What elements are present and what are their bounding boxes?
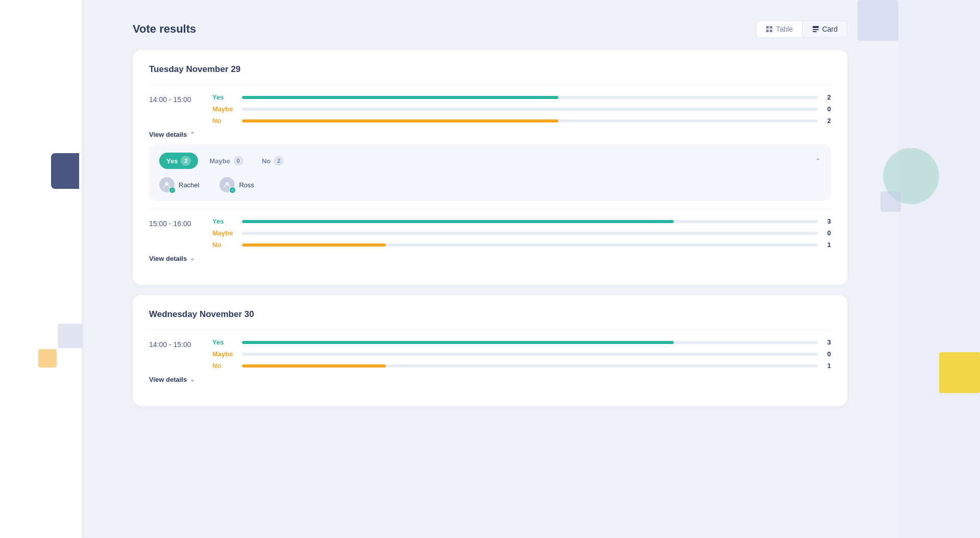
time-slot-wed-1: 14:00 - 15:00 Yes 3 Maybe 0 [149, 330, 831, 392]
table-view-button[interactable]: Table [756, 21, 802, 37]
page-header: Vote results Table Card [133, 20, 847, 38]
view-details-label: View details [149, 131, 187, 138]
details-tab-maybe[interactable]: Maybe 0 [202, 153, 250, 169]
yes-label-wed-1: Yes [212, 338, 237, 346]
check-icon-ross: ✓ [229, 187, 236, 193]
attendee-ross: ✓ Ross [219, 177, 254, 192]
maybe-count: 0 [823, 105, 831, 113]
check-icon-rachel: ✓ [169, 187, 176, 193]
time-label-wed-1: 14:00 - 15:00 [149, 338, 200, 349]
tab-no-count: 2 [274, 156, 284, 166]
view-details-button-wed-1[interactable]: View details ⌄ [149, 376, 194, 383]
no-label: No [212, 117, 237, 125]
svg-rect-4 [813, 26, 819, 28]
yes-label-tue-2: Yes [212, 217, 237, 225]
svg-rect-0 [766, 26, 769, 29]
maybe-label: Maybe [212, 105, 237, 113]
card-label: Card [822, 25, 838, 33]
time-slot-tue-2: 15:00 - 16:00 Yes 3 Maybe 0 [149, 209, 831, 271]
time-slot-row-tue-2: 15:00 - 16:00 Yes 3 Maybe 0 [149, 217, 831, 249]
card-icon [812, 26, 819, 33]
chevron-down-icon-tue-2: ⌄ [190, 255, 194, 262]
svg-rect-6 [813, 31, 817, 32]
card-view-button[interactable]: Card [803, 21, 847, 37]
tab-maybe-label: Maybe [209, 157, 230, 165]
attendee-name-ross: Ross [239, 181, 254, 189]
tab-yes-label: Yes [166, 157, 178, 165]
vote-row-yes-wed-1: Yes 3 [212, 338, 831, 346]
avatar-rachel: ✓ [159, 177, 175, 192]
vote-row-maybe: Maybe 0 [212, 105, 831, 113]
vote-bars-tue-1: Yes 2 Maybe 0 No [212, 93, 831, 125]
details-panel-tue-1: Yes 2 Maybe 0 No 2 ⌃ [149, 144, 831, 201]
maybe-bar-track-tue-2 [242, 232, 818, 235]
vote-row-no-tue-2: No 1 [212, 241, 831, 249]
avatar-ross: ✓ [219, 177, 235, 192]
time-label-tue-2: 15:00 - 16:00 [149, 217, 200, 228]
vote-row-yes-tue-2: Yes 3 [212, 217, 831, 225]
main-content: Vote results Table Card [102, 0, 878, 436]
details-tabs: Yes 2 Maybe 0 No 2 ⌃ [159, 153, 821, 169]
no-count: 2 [823, 117, 831, 125]
maybe-count-wed-1: 0 [823, 350, 831, 358]
time-slot-tue-1: 14:00 - 15:00 Yes 2 Maybe 0 [149, 85, 831, 209]
maybe-count-tue-2: 0 [823, 229, 831, 237]
no-label-wed-1: No [212, 362, 237, 370]
vote-row-maybe-tue-2: Maybe 0 [212, 229, 831, 237]
attendee-rachel: ✓ Rachel [159, 177, 199, 192]
svg-rect-5 [813, 29, 819, 30]
chevron-up-icon: ⌃ [190, 131, 194, 138]
view-details-button-tue-2[interactable]: View details ⌄ [149, 255, 194, 262]
view-toggle: Table Card [756, 20, 847, 38]
time-label-tue-1: 14:00 - 15:00 [149, 93, 200, 104]
maybe-label-wed-1: Maybe [212, 350, 237, 358]
svg-rect-1 [770, 26, 772, 29]
no-count-tue-2: 1 [823, 241, 831, 249]
page-title: Vote results [133, 22, 196, 36]
no-bar-track [242, 119, 818, 123]
no-bar-track-wed-1 [242, 364, 818, 368]
yes-bar-fill [242, 96, 558, 99]
decorative-circle-teal [883, 148, 939, 204]
vote-row-no: No 2 [212, 117, 831, 125]
yes-bar-fill-tue-2 [242, 220, 674, 223]
yes-bar-fill-wed-1 [242, 341, 674, 344]
time-slot-row: 14:00 - 15:00 Yes 2 Maybe 0 [149, 93, 831, 125]
date-title-tuesday: Tuesday November 29 [149, 64, 831, 75]
vote-row-maybe-wed-1: Maybe 0 [212, 350, 831, 358]
view-details-label-tue-2: View details [149, 255, 187, 262]
vote-bars-wed-1: Yes 3 Maybe 0 No [212, 338, 831, 370]
date-card-tuesday: Tuesday November 29 14:00 - 15:00 Yes 2 … [133, 50, 847, 285]
tab-yes-count: 2 [181, 156, 191, 166]
details-tab-yes[interactable]: Yes 2 [159, 153, 198, 169]
maybe-bar-track-wed-1 [242, 353, 818, 356]
date-card-wednesday: Wednesday November 30 14:00 - 15:00 Yes … [133, 295, 847, 406]
date-title-wednesday: Wednesday November 30 [149, 309, 831, 320]
sidebar [0, 0, 82, 538]
tab-no-label: No [262, 157, 271, 165]
view-details-button-tue-1[interactable]: View details ⌃ [149, 131, 194, 138]
no-bar-fill-wed-1 [242, 364, 386, 368]
svg-rect-2 [766, 30, 769, 32]
details-tab-no[interactable]: No 2 [255, 153, 291, 169]
view-details-label-wed-1: View details [149, 376, 187, 383]
yes-bar-track-tue-2 [242, 220, 818, 223]
svg-rect-3 [770, 30, 772, 32]
time-slot-row-wed-1: 14:00 - 15:00 Yes 3 Maybe 0 [149, 338, 831, 370]
yes-count-wed-1: 3 [823, 338, 831, 346]
collapse-icon[interactable]: ⌃ [815, 157, 821, 165]
chevron-down-icon-wed-1: ⌄ [190, 376, 194, 383]
decorative-right-square [880, 191, 901, 212]
maybe-bar-track [242, 108, 818, 111]
vote-row-yes: Yes 2 [212, 93, 831, 101]
no-label-tue-2: No [212, 241, 237, 249]
yes-label: Yes [212, 93, 237, 101]
yes-bar-track [242, 96, 818, 99]
yes-bar-track-wed-1 [242, 341, 818, 344]
vote-bars-tue-2: Yes 3 Maybe 0 No [212, 217, 831, 249]
attendees-grid: ✓ Rachel ✓ [159, 177, 821, 192]
decorative-right-rect [898, 0, 980, 538]
vote-row-no-wed-1: No 1 [212, 362, 831, 370]
decorative-right-yellow [939, 352, 980, 393]
no-count-wed-1: 1 [823, 362, 831, 370]
